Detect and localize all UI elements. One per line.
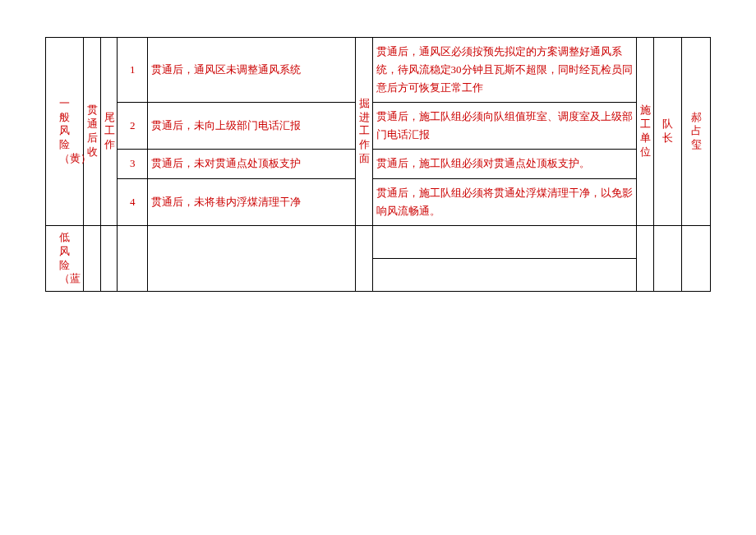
area-cell: 掘进工作面: [355, 38, 372, 226]
measure-desc: 贯通后，施工队组必须对贯通点处顶板支护。: [372, 150, 637, 178]
row-num: 4: [118, 178, 148, 225]
table-row: 3 贯通后，未对贯通点处顶板支护 贯通后，施工队组必须对贯通点处顶板支护。: [46, 150, 711, 178]
risk-table: 一般风险（黄） 贯通后收 尾工作 1 贯通后，通风区未调整通风系统 掘进工作面 …: [45, 37, 711, 292]
table-row: 一般风险（黄） 贯通后收 尾工作 1 贯通后，通风区未调整通风系统 掘进工作面 …: [46, 38, 711, 103]
measure-desc: 贯通后，通风区必须按预先拟定的方案调整好通风系统，待风流稳定30分钟且瓦斯不超限…: [372, 38, 637, 103]
risk-desc: 贯通后，未向上级部门电话汇报: [148, 103, 356, 150]
row-num: 1: [118, 38, 148, 103]
table-row: 低风险（蓝: [46, 225, 711, 258]
phase-cell-1: 贯通后收: [83, 38, 100, 226]
empty-cell: [372, 225, 637, 258]
measure-desc: 贯通后，施工队组必须将贯通处浮煤清理干净，以免影响风流畅通。: [372, 178, 637, 225]
empty-cell: [682, 225, 711, 292]
risk-desc: 贯通后，未对贯通点处顶板支护: [148, 150, 356, 178]
empty-cell: [355, 225, 372, 292]
empty-cell: [148, 225, 356, 292]
role-cell: 队长: [653, 38, 681, 226]
empty-cell: [637, 225, 654, 292]
person-cell: 郝占玺: [682, 38, 711, 226]
row-num: 3: [118, 150, 148, 178]
unit-label: 施工单位: [640, 104, 651, 159]
row-num: 2: [118, 103, 148, 150]
risk-level-cell: 一般风险（黄）: [46, 38, 84, 226]
role-label: 队长: [662, 118, 673, 145]
empty-cell: [653, 225, 681, 292]
empty-cell: [100, 225, 118, 292]
area-label: 掘进工作面: [359, 97, 370, 166]
phase-label-1: 贯通后收: [87, 104, 98, 159]
risk-level-label: 一般风险（黄）: [59, 97, 70, 166]
table-row: 4 贯通后，未将巷内浮煤清理干净 贯通后，施工队组必须将贯通处浮煤清理干净，以免…: [46, 178, 711, 225]
person-label: 郝占玺: [691, 111, 702, 153]
risk-desc: 贯通后，通风区未调整通风系统: [148, 38, 356, 103]
empty-cell: [118, 225, 148, 292]
risk-level-cell-2: 低风险（蓝: [46, 225, 84, 292]
risk-level-label-2: 低风险（蓝: [59, 231, 70, 287]
phase-cell-2: 尾工作: [100, 38, 118, 226]
risk-desc: 贯通后，未将巷内浮煤清理干净: [148, 178, 356, 225]
empty-cell: [372, 259, 637, 292]
empty-cell: [83, 225, 100, 292]
table-row: 2 贯通后，未向上级部门电话汇报 贯通后，施工队组必须向队组值班室、调度室及上级…: [46, 103, 711, 150]
unit-cell: 施工单位: [637, 38, 654, 226]
phase-label-2: 尾工作: [104, 111, 115, 153]
measure-desc: 贯通后，施工队组必须向队组值班室、调度室及上级部门电话汇报: [372, 103, 637, 150]
